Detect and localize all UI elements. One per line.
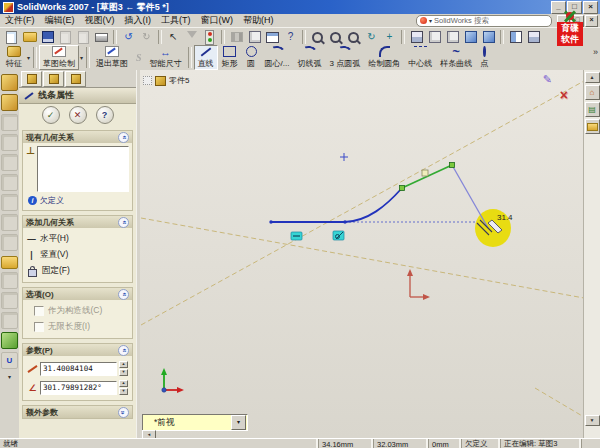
collapse-chevron-icon[interactable]: «	[118, 217, 129, 228]
view-selector[interactable]: *前视 ▾	[142, 414, 248, 431]
relation-fix[interactable]: 固定(F)	[26, 263, 129, 279]
relation-horizontal[interactable]: —水平(H)	[26, 231, 129, 247]
make-drawing-from-part-button[interactable]	[57, 29, 74, 45]
child-close-button[interactable]: ×	[585, 15, 598, 27]
print-button[interactable]	[93, 29, 110, 45]
relations-listbox[interactable]	[37, 146, 129, 192]
menu-file[interactable]: 文件(F)	[0, 15, 40, 25]
redo-button[interactable]: ↻	[138, 29, 155, 45]
construction-line-2[interactable]	[141, 218, 584, 298]
sketch-fillet-button[interactable]: 绘制圆角	[364, 45, 404, 70]
tab-propertymanager[interactable]	[21, 71, 42, 87]
selection-filter-button[interactable]	[183, 29, 200, 45]
side-tool-14-icon[interactable]	[1, 332, 18, 349]
spline-button[interactable]: 样条曲线	[436, 45, 476, 70]
tab-scroll-left-button[interactable]: ◂	[142, 430, 156, 438]
side-tool-6-icon[interactable]	[1, 174, 18, 191]
select-button[interactable]: ↖	[165, 29, 182, 45]
side-tool-8-icon[interactable]	[1, 214, 18, 231]
feature-tree-root[interactable]: 零件5	[143, 75, 189, 86]
sketch-tool-disabled-button[interactable]	[132, 45, 146, 70]
section-view-button[interactable]	[507, 29, 524, 45]
side-tool-3-icon[interactable]	[1, 114, 18, 131]
view-selector-dropdown-icon[interactable]: ▾	[231, 415, 246, 430]
angle-input[interactable]	[40, 381, 117, 395]
smart-dimension-button[interactable]: 智能尺寸	[146, 45, 186, 70]
wireframe-button[interactable]	[426, 29, 443, 45]
selected-endpoint-handle[interactable]	[400, 186, 405, 191]
side-tool-4-icon[interactable]	[1, 134, 18, 151]
tangent-relation-badge[interactable]	[333, 231, 344, 240]
zoom-in-out-button[interactable]	[345, 29, 362, 45]
side-tool-13-icon[interactable]	[1, 312, 18, 329]
construction-line-3[interactable]	[535, 388, 584, 417]
three-point-arc-button[interactable]: 3 点圆弧	[325, 45, 364, 70]
exit-sketch-button[interactable]: 退出草图	[92, 45, 132, 70]
circle-button[interactable]: 圆	[242, 45, 261, 70]
line-button[interactable]: 直线	[194, 45, 218, 70]
side-tool-5-icon[interactable]	[1, 154, 18, 171]
side-tool-spline-icon[interactable]	[1, 352, 18, 369]
tree-expand-icon[interactable]	[143, 76, 152, 85]
relation-vertical[interactable]: |竖直(V)	[26, 247, 129, 263]
sketch-endpoint[interactable]	[269, 220, 272, 223]
file-explorer-icon[interactable]	[585, 119, 600, 134]
rebuild-button[interactable]	[201, 29, 218, 45]
solidworks-search[interactable]: ▾ SolidWorks 搜索	[416, 15, 552, 27]
cancel-button[interactable]: ✕	[69, 106, 87, 124]
home-icon[interactable]: ⌂	[585, 85, 600, 100]
features-button[interactable]: 特征	[2, 45, 26, 70]
undo-button[interactable]: ↺	[120, 29, 137, 45]
menu-help[interactable]: 帮助(H)	[238, 15, 279, 25]
ok-button[interactable]: ✓	[42, 106, 60, 124]
side-tool-2-icon[interactable]	[1, 94, 18, 111]
zoom-to-area-button[interactable]	[327, 29, 344, 45]
length-spinner[interactable]: ▲▼	[119, 361, 128, 376]
features-dropdown-icon[interactable]: ▾	[26, 54, 31, 61]
move-copy-button[interactable]	[246, 29, 263, 45]
collapse-chevron-icon[interactable]: «	[118, 345, 129, 356]
length-input[interactable]	[40, 362, 117, 376]
expand-chevron-icon[interactable]: «	[118, 407, 129, 418]
scroll-up-icon[interactable]: ▲	[585, 72, 600, 83]
angle-spinner[interactable]: ▲▼	[119, 380, 128, 395]
horizontal-relation-badge[interactable]	[291, 232, 302, 240]
pan-button[interactable]: +	[381, 29, 398, 45]
help-button[interactable]: ?	[282, 29, 299, 45]
side-tool-12-icon[interactable]	[1, 292, 18, 309]
toolbar-overflow-button[interactable]: »	[589, 45, 600, 59]
shaded-with-edges-button[interactable]	[462, 29, 479, 45]
new-document-button[interactable]	[3, 29, 20, 45]
rectangle-button[interactable]: 矩形	[218, 45, 242, 70]
selected-endpoint-handle[interactable]	[450, 163, 455, 168]
sketch-origin[interactable]	[407, 269, 430, 300]
help-button[interactable]: ?	[96, 106, 114, 124]
tab-configurationmanager[interactable]	[43, 71, 64, 87]
menu-insert[interactable]: 插入(I)	[120, 15, 157, 25]
collapse-chevron-icon[interactable]: «	[118, 132, 129, 143]
centerline-button[interactable]: 中心线	[404, 45, 436, 70]
sketch-canvas[interactable]: 31.4	[140, 70, 584, 438]
menu-edit[interactable]: 编辑(E)	[40, 15, 80, 25]
color-swatch-button[interactable]	[228, 29, 245, 45]
design-library-icon[interactable]: ▤	[585, 102, 600, 117]
side-tool-folder-icon[interactable]	[1, 256, 18, 269]
infinite-length-checkbox[interactable]	[34, 322, 44, 332]
side-overflow-icon[interactable]	[2, 372, 17, 380]
confirmation-sketch-icon[interactable]: ✎	[543, 74, 552, 85]
sketch-line-selected[interactable]	[402, 165, 452, 188]
standard-views-button[interactable]	[408, 29, 425, 45]
collapse-chevron-icon[interactable]: «	[118, 289, 129, 300]
menu-tools[interactable]: 工具(T)	[156, 15, 196, 25]
menu-window[interactable]: 窗口(W)	[196, 15, 239, 25]
centerpoint-arc-button[interactable]: 圆心/...	[261, 45, 294, 70]
point-button[interactable]: 点	[476, 45, 492, 70]
zoom-to-fit-button[interactable]	[309, 29, 326, 45]
construction-line-1[interactable]	[141, 81, 584, 325]
save-button[interactable]	[39, 29, 56, 45]
sketch-button[interactable]: 草图绘制	[39, 45, 79, 70]
make-assembly-from-part-button[interactable]	[75, 29, 92, 45]
graphics-area[interactable]: 31.4 零件5 ✎ × *前视 ▾ ◂	[140, 70, 584, 438]
for-construction-checkbox[interactable]	[34, 306, 44, 316]
search-dropdown-icon[interactable]: ▾	[429, 17, 432, 24]
